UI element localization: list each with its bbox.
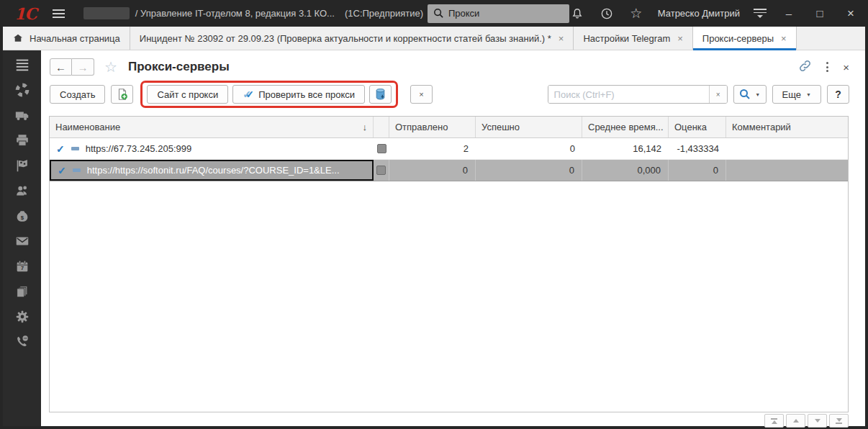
tabbar: Начальная страница Инцидент № 23092 от 2… bbox=[3, 27, 865, 50]
create-button[interactable]: Создать bbox=[50, 85, 105, 104]
table-search: × bbox=[548, 85, 728, 104]
minimize-button[interactable]: – bbox=[780, 7, 797, 19]
money-bag-icon[interactable]: $ bbox=[14, 207, 31, 225]
tab-close-icon[interactable]: × bbox=[677, 33, 683, 44]
column-header-success[interactable]: Успешно bbox=[476, 117, 582, 137]
app-path: / Управление IT-отделом 8, редакция 3.1 … bbox=[135, 8, 335, 19]
cell-score[interactable]: 0 bbox=[669, 160, 726, 181]
cell-avg-time[interactable]: 0,000 bbox=[582, 160, 669, 181]
main-menu-icon[interactable] bbox=[53, 9, 65, 18]
form-nav-row: ← → ☆ Прокси-серверы × bbox=[41, 50, 865, 79]
search-icon bbox=[433, 8, 444, 19]
column-header-name[interactable]: Наименование ↓ bbox=[50, 117, 374, 137]
more-button[interactable]: Еще ▼ bbox=[772, 85, 821, 104]
add-favorite-star-icon[interactable]: ☆ bbox=[104, 58, 117, 76]
column-header-comment[interactable]: Комментарий bbox=[726, 117, 848, 137]
cell-success[interactable]: 0 bbox=[476, 138, 582, 159]
bell-icon[interactable] bbox=[569, 6, 585, 22]
search-clear-icon[interactable]: × bbox=[709, 86, 727, 103]
table-row[interactable]: ✓ https://67.73.245.205:999 2 0 16,142 -… bbox=[50, 138, 848, 160]
cell-checkbox[interactable] bbox=[374, 138, 389, 159]
printer-icon[interactable] bbox=[14, 132, 31, 149]
home-icon bbox=[12, 32, 24, 44]
find-button[interactable]: ▼ bbox=[733, 85, 767, 104]
toolbar: Создать Сайт с прокси ✓✓ Проверить все п… bbox=[41, 79, 865, 113]
sections-menu-icon[interactable] bbox=[14, 56, 31, 73]
settings-gear-icon[interactable] bbox=[14, 308, 31, 325]
page-title: Прокси-серверы bbox=[128, 60, 230, 74]
scroll-down-button[interactable] bbox=[808, 414, 827, 428]
dropdown-arrow-icon: ▼ bbox=[755, 92, 760, 97]
tab-telegram-settings[interactable]: Настройки Telegram × bbox=[574, 27, 692, 50]
sort-desc-icon: ↓ bbox=[363, 122, 368, 132]
get-link-icon[interactable] bbox=[798, 59, 812, 76]
proxy-table: Наименование ↓ Отправлено Успешно Средне… bbox=[49, 116, 849, 412]
search-input[interactable] bbox=[548, 86, 709, 103]
calendar-icon[interactable]: 7 bbox=[14, 258, 31, 275]
forward-button[interactable]: → bbox=[72, 58, 94, 76]
users-icon[interactable] bbox=[14, 182, 31, 199]
support-lifebuoy-icon[interactable] bbox=[14, 81, 31, 99]
scroll-first-button[interactable] bbox=[764, 414, 784, 428]
kebab-menu-icon[interactable] bbox=[825, 60, 830, 73]
table-empty-area bbox=[50, 181, 848, 412]
app-title: / Управление IT-отделом 8, редакция 3.1 … bbox=[135, 8, 423, 19]
tab-proxy-servers[interactable]: Прокси-серверы × bbox=[693, 27, 797, 50]
scroll-up-button[interactable] bbox=[786, 414, 805, 428]
checkbox-icon[interactable] bbox=[377, 144, 386, 153]
help-button[interactable]: ? bbox=[827, 85, 849, 104]
window-close-button[interactable]: × bbox=[842, 6, 859, 21]
magnifier-icon bbox=[739, 89, 751, 100]
cell-avg-time[interactable]: 16,142 bbox=[582, 138, 669, 159]
cell-sent[interactable]: 0 bbox=[389, 160, 476, 181]
column-header-score[interactable]: Оценка bbox=[669, 117, 726, 137]
user-name[interactable]: Матреско Дмитрий bbox=[658, 8, 740, 19]
svg-text:7: 7 bbox=[20, 265, 23, 271]
document-add-icon bbox=[116, 88, 129, 101]
load-to-database-button[interactable] bbox=[369, 85, 392, 104]
cell-name[interactable]: ✓ https://67.73.245.205:999 bbox=[50, 138, 374, 159]
favorites-star-icon[interactable]: ☆ bbox=[628, 6, 644, 22]
global-search-box[interactable]: Прокси bbox=[428, 4, 569, 23]
back-button[interactable]: ← bbox=[50, 58, 72, 76]
map-flag-icon[interactable] bbox=[14, 157, 31, 174]
cell-name-focused[interactable]: ✓ https://https://softonit.ru/FAQ/course… bbox=[50, 160, 374, 181]
table-footer-nav bbox=[41, 412, 865, 428]
checkbox-icon[interactable] bbox=[376, 166, 386, 175]
phone-chat-icon[interactable] bbox=[14, 333, 31, 351]
tab-close-icon[interactable]: × bbox=[559, 33, 564, 44]
scroll-last-button[interactable] bbox=[829, 414, 849, 428]
active-check-icon: ✓ bbox=[56, 143, 65, 155]
table-row-selected[interactable]: ✓ https://https://softonit.ru/FAQ/course… bbox=[50, 160, 848, 181]
cell-checkbox[interactable] bbox=[374, 160, 389, 181]
proxy-url: https://67.73.245.205:999 bbox=[86, 143, 191, 154]
mail-icon[interactable] bbox=[14, 232, 31, 250]
create-by-copy-button[interactable] bbox=[111, 85, 133, 104]
history-icon[interactable] bbox=[599, 6, 615, 22]
cell-sent[interactable]: 2 bbox=[389, 138, 476, 159]
cell-comment[interactable] bbox=[726, 138, 848, 159]
check-all-proxies-button[interactable]: ✓✓ Проверить все прокси bbox=[232, 85, 365, 104]
column-header-avg-time[interactable]: Среднее время... bbox=[582, 117, 669, 137]
tab-home[interactable]: Начальная страница bbox=[3, 27, 130, 50]
titlebar-right: ☆ Матреско Дмитрий – □ × bbox=[569, 6, 859, 22]
close-small-button[interactable]: × bbox=[410, 85, 433, 104]
service-menu-icon[interactable] bbox=[754, 9, 767, 18]
redacted-base-name bbox=[83, 7, 130, 19]
form-close-icon[interactable]: × bbox=[843, 61, 849, 73]
tab-close-icon[interactable]: × bbox=[781, 33, 787, 44]
column-header-check[interactable] bbox=[374, 117, 389, 137]
delivery-truck-icon[interactable] bbox=[14, 107, 31, 124]
cell-score[interactable]: -1,433334 bbox=[669, 138, 726, 159]
global-search-value: Прокси bbox=[448, 8, 479, 19]
column-header-sent[interactable]: Отправлено bbox=[389, 117, 476, 137]
tab-incident[interactable]: Инцидент № 23092 от 29.09.23 (Проверка а… bbox=[130, 27, 574, 50]
window-frame: Начальная страница Инцидент № 23092 от 2… bbox=[0, 27, 868, 429]
cell-success[interactable]: 0 bbox=[476, 160, 582, 181]
form-nav-right: × bbox=[798, 59, 849, 76]
app-window: 1С / Управление IT-отделом 8, редакция 3… bbox=[0, 0, 868, 429]
documents-icon[interactable] bbox=[14, 283, 31, 300]
cell-comment[interactable] bbox=[726, 160, 848, 181]
site-with-proxy-button[interactable]: Сайт с прокси bbox=[147, 85, 228, 104]
maximize-button[interactable]: □ bbox=[811, 7, 828, 19]
